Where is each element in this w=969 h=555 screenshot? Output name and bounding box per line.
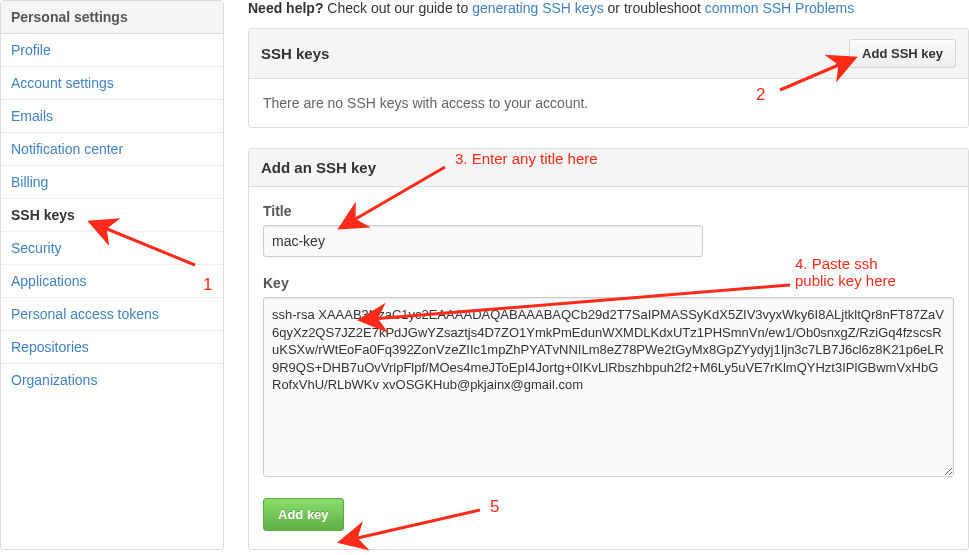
add-ssh-key-button[interactable]: Add SSH key bbox=[849, 39, 956, 68]
sidebar-item-applications[interactable]: Applications bbox=[1, 265, 223, 298]
link-generating-ssh-keys[interactable]: generating SSH keys bbox=[472, 0, 604, 16]
sidebar-item-ssh-keys[interactable]: SSH keys bbox=[1, 199, 223, 232]
sidebar-item-emails[interactable]: Emails bbox=[1, 100, 223, 133]
ssh-keys-panel: SSH keys Add SSH key There are no SSH ke… bbox=[248, 28, 969, 128]
key-label: Key bbox=[263, 275, 954, 291]
help-text: Need help? Check out our guide to genera… bbox=[248, 0, 969, 16]
add-key-button[interactable]: Add key bbox=[263, 498, 344, 531]
ssh-keys-panel-title: SSH keys bbox=[261, 45, 329, 62]
title-input[interactable] bbox=[263, 225, 703, 257]
key-textarea[interactable] bbox=[263, 297, 954, 477]
sidebar-item-security[interactable]: Security bbox=[1, 232, 223, 265]
link-common-ssh-problems[interactable]: common SSH Problems bbox=[705, 0, 854, 16]
sidebar-header: Personal settings bbox=[1, 1, 223, 34]
form-heading: Add an SSH key bbox=[261, 159, 376, 176]
add-ssh-key-form: Add an SSH key Title Key Add key bbox=[248, 148, 969, 550]
settings-sidebar: Personal settings Profile Account settin… bbox=[0, 0, 224, 550]
help-prefix: Need help? bbox=[248, 0, 323, 16]
sidebar-item-profile[interactable]: Profile bbox=[1, 34, 223, 67]
sidebar-item-repositories[interactable]: Repositories bbox=[1, 331, 223, 364]
title-label: Title bbox=[263, 203, 954, 219]
sidebar-item-organizations[interactable]: Organizations bbox=[1, 364, 223, 396]
sidebar-item-notification-center[interactable]: Notification center bbox=[1, 133, 223, 166]
sidebar-item-account-settings[interactable]: Account settings bbox=[1, 67, 223, 100]
sidebar-item-billing[interactable]: Billing bbox=[1, 166, 223, 199]
sidebar-item-personal-access-tokens[interactable]: Personal access tokens bbox=[1, 298, 223, 331]
ssh-keys-empty-message: There are no SSH keys with access to you… bbox=[263, 95, 588, 111]
